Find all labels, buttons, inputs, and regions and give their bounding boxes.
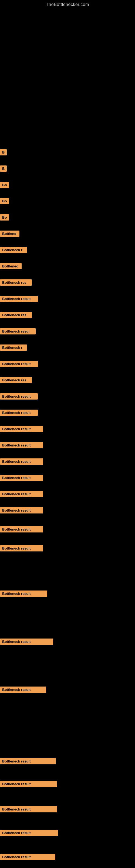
bottleneck-result-item: Bottleneck result xyxy=(0,361,38,367)
bottleneck-result-item: Bottleneck result xyxy=(0,590,47,597)
bottleneck-result-item: Bottleneck r xyxy=(0,344,27,351)
bottleneck-result-item: Bottleneck result xyxy=(0,806,57,812)
bottleneck-result-item: Bo xyxy=(0,182,9,188)
bottleneck-result-item: Bottleneck resul xyxy=(0,328,36,335)
bottleneck-result-item: Bo xyxy=(0,198,9,204)
bottleneck-result-item: Bottleneck result xyxy=(0,393,38,400)
bottleneck-result-item: Bottleneck r xyxy=(0,247,27,253)
bottleneck-result-item: Bottleneck result xyxy=(0,426,43,432)
bottleneck-result-item: Bottleneck result xyxy=(0,854,55,860)
bottleneck-result-item: Bottleneck result xyxy=(0,526,43,532)
bottleneck-result-item: Bottleneck result xyxy=(0,507,43,514)
bottleneck-result-item: Bottleneck result xyxy=(0,458,43,465)
site-title: TheBottlenecker.com xyxy=(0,0,135,7)
bottleneck-result-item: Bottleneck result xyxy=(0,296,38,302)
bottleneck-result-item: Bottleneck res xyxy=(0,279,32,286)
bottleneck-result-item: Bottleneck result xyxy=(0,781,57,787)
bottleneck-result-item: Bottleneck result xyxy=(0,475,43,481)
bottleneck-result-item: Bottleneck result xyxy=(0,491,43,497)
bottleneck-result-item: Bottlenec xyxy=(0,263,21,269)
bottleneck-result-item: Bottleneck res xyxy=(0,377,32,383)
bottleneck-result-item: Bottleneck result xyxy=(0,639,53,645)
bottleneck-result-item: Bottleneck result xyxy=(0,410,38,416)
bottleneck-result-item: Bo xyxy=(0,214,9,220)
bottleneck-result-item: Bottleneck res xyxy=(0,312,32,318)
bottleneck-result-item: Bottleneck result xyxy=(0,686,46,693)
bottleneck-result-item: Bottleneck result xyxy=(0,758,56,764)
bottleneck-result-item: B xyxy=(0,149,7,155)
bottleneck-result-item: Bottleneck result xyxy=(0,545,43,552)
bottleneck-result-item: Bottleneck result xyxy=(0,442,43,448)
bottleneck-result-item: B xyxy=(0,165,7,172)
bottleneck-result-item: Bottlene xyxy=(0,230,19,237)
bottleneck-result-item: Bottleneck result xyxy=(0,830,58,836)
